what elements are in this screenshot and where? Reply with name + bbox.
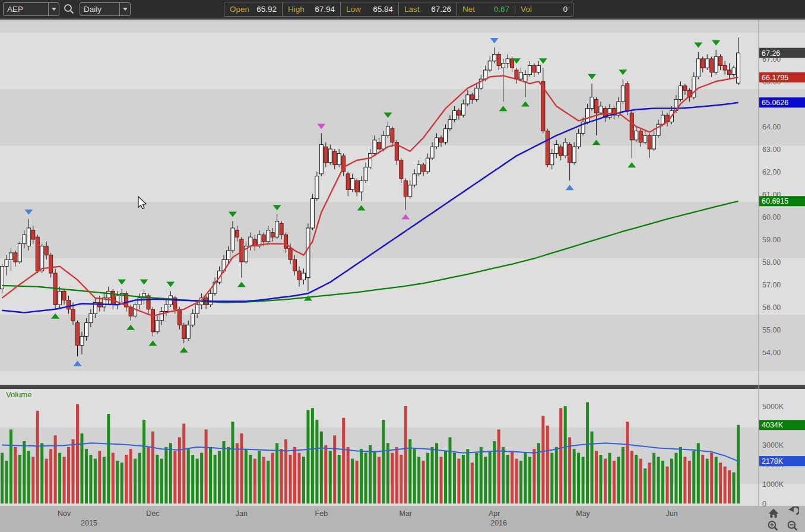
volume-bar [311,408,314,504]
candle-body [630,113,633,140]
candle-body [235,230,239,237]
volume-bar [302,457,305,504]
volume-bar [395,447,398,504]
volume-bar [112,453,115,504]
candle-body [563,142,567,156]
volume-bar [329,451,332,504]
candle-body [346,174,350,190]
interval-dropdown-button[interactable] [119,3,130,15]
volume-bar [471,463,474,504]
candle-body [14,253,17,262]
candle-body [408,185,412,197]
volume-bar [466,449,469,504]
volume-bar [85,449,88,504]
candle-body [594,99,598,113]
volume-bar [586,402,589,504]
candle-body [728,70,731,75]
candle-body [267,230,270,242]
volume-bar [306,410,309,504]
candle-body [502,64,505,68]
candle-body [49,255,53,273]
symbol-input[interactable]: AEP [3,2,59,16]
volume-bar [737,425,740,504]
volume-tag-text: 4034K [762,421,784,429]
interval-select[interactable]: Daily [80,2,131,16]
candle-body [324,147,328,163]
candle-body [599,106,603,113]
volume-bar [49,449,52,504]
month-label: Apr [489,509,500,518]
candle-body [568,144,572,162]
candle-body [710,59,714,72]
chart-canvas[interactable]: 67.0066.0065.0064.0063.0062.0061.0060.00… [0,0,805,532]
zoom-out-icon [786,520,799,532]
candle-body [639,131,642,142]
candle-body [519,72,522,79]
trading-app-window: { "toolbar": { "symbol_input": { "value"… [0,0,805,532]
candle-body [661,115,665,124]
candle-body [696,59,700,77]
candle-body [195,305,199,314]
month-label: Jan [236,509,248,518]
volume-bar [196,459,199,504]
candle-body [226,251,230,259]
volume-bar [262,457,265,504]
home-button[interactable] [767,507,780,520]
price-tick-label: 60.00 [762,213,781,221]
volume-bar [227,447,230,504]
volume-bar [191,455,194,504]
zoom-in-button[interactable] [766,520,779,532]
volume-bar [728,470,731,504]
symbol-search-button[interactable] [63,3,75,15]
volume-bar [360,449,363,504]
candle-body [421,165,425,172]
volume-bar [333,435,336,504]
volume-bar [200,453,203,504]
volume-bar [506,455,509,504]
candle-body [262,235,265,241]
volume-bar [564,406,567,504]
volume-bar [116,461,119,504]
volume-bar [89,455,92,504]
candle-body [249,237,252,246]
volume-bar [253,459,256,504]
candle-body [351,178,354,189]
candle-body [182,325,186,338]
month-label: Nov [58,509,71,518]
candle-body [186,325,190,338]
candle-body [391,129,394,142]
volume-bar [134,459,137,504]
volume-bar [568,437,571,504]
volume-pane-title: Volume [5,390,33,399]
volume-bar [351,459,354,504]
volume-bar [373,451,376,504]
volume-bar [511,451,514,504]
candle-body [58,291,62,305]
candle-body [18,244,21,262]
candle-body [400,160,403,178]
undo-button[interactable] [786,506,799,519]
volume-bar [710,453,713,504]
volume-bar [550,453,553,504]
candle-body [156,321,159,332]
volume-tick-label: 5000K [762,403,784,411]
price-tick-label: 55.00 [762,326,781,334]
volume-bar [214,455,217,504]
volume-bar [404,406,407,504]
zoom-out-button[interactable] [786,520,799,532]
symbol-dropdown-button[interactable] [48,3,59,15]
candle-body [430,147,434,158]
price-tick-label: 62.00 [762,168,781,176]
volume-bar [692,451,695,504]
volume-bar [365,453,367,504]
volume-bar [679,447,682,504]
candle-body [71,309,75,321]
volume-bar [652,453,655,504]
volume-bar [484,457,487,504]
price-tick-label: 59.00 [762,236,781,244]
volume-bar [453,453,456,504]
candle-body [89,314,93,322]
candle-body [275,221,279,238]
volume-tag-text: 2178K [762,457,784,466]
price-tag-text: 65.0626 [762,99,788,107]
